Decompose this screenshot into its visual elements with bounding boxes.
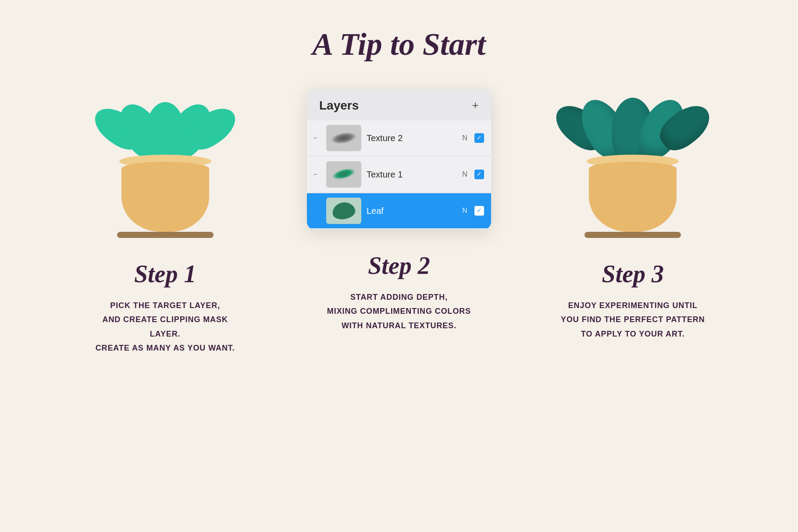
leaf-shape-icon (331, 201, 356, 221)
layer-blend-leaf: N (460, 207, 469, 215)
layer-thumbnail-texture2 (326, 125, 361, 151)
layer-clip-icon: ⌐ (314, 135, 321, 142)
steps-row: Step 1 PICK THE TARGET LAYER,AND CREATE … (48, 89, 750, 355)
checkmark-icon: ✓ (477, 135, 482, 141)
plant3-pot-body (589, 162, 677, 232)
step-1-description: PICK THE TARGET LAYER,AND CREATE CLIPPIN… (91, 298, 240, 355)
step-2-number: Step 2 (368, 252, 430, 280)
layer-thumbnail-leaf (326, 198, 361, 224)
checkmark-icon-3: ✓ (477, 208, 482, 214)
layer-visibility-leaf[interactable]: ✓ (474, 206, 484, 216)
step-1-column: Step 1 PICK THE TARGET LAYER,AND CREATE … (48, 89, 282, 355)
step-1-number: Step 1 (134, 260, 196, 288)
step-3-description: ENJOY EXPERIMENTING UNTILYOU FIND THE PE… (561, 298, 705, 341)
step-3-number: Step 3 (602, 260, 664, 288)
plant1-pot-body (121, 162, 209, 232)
page-title: A Tip to Start (312, 26, 485, 63)
layer-visibility-texture2[interactable]: ✓ (474, 133, 484, 143)
step-3-column: Step 3 ENJOY EXPERIMENTING UNTILYOU FIND… (516, 89, 750, 341)
plant-illustration-3 (563, 89, 703, 238)
layer-visibility-texture1[interactable]: ✓ (474, 170, 484, 179)
layers-panel-header: Layers + (307, 89, 491, 121)
plant-illustration-1 (95, 89, 235, 238)
plant3-leaves (567, 80, 698, 163)
layers-add-button[interactable]: + (472, 99, 479, 112)
layer-name-leaf: Leaf (367, 206, 455, 216)
plant1-pot-base (117, 232, 214, 238)
layers-panel-wrapper: Layers + ⌐ Texture 2 N ✓ ⌐ T (307, 89, 491, 230)
checkmark-icon-2: ✓ (477, 171, 482, 177)
layers-panel: Layers + ⌐ Texture 2 N ✓ ⌐ T (307, 89, 491, 230)
layer-item-leaf[interactable]: Leaf N ✓ (307, 193, 491, 228)
layer-thumbnail-texture1 (326, 161, 361, 188)
plant1-leaves (104, 85, 227, 163)
layer-clip-icon-2: ⌐ (314, 171, 321, 178)
layers-panel-title: Layers (319, 99, 359, 113)
step-2-description: START ADDING DEPTH,MIXING COMPLIMENTING … (327, 290, 471, 333)
layer-name-texture2: Texture 2 (367, 133, 455, 143)
layer-blend-texture2: N (460, 134, 469, 142)
plant3-pot-base (584, 232, 681, 238)
layer-item-texture1[interactable]: ⌐ Texture 1 N ✓ (307, 157, 491, 192)
layer-name-texture1: Texture 1 (367, 170, 455, 180)
layer-item-texture2[interactable]: ⌐ Texture 2 N ✓ (307, 121, 491, 156)
step-2-column: Layers + ⌐ Texture 2 N ✓ ⌐ T (282, 89, 516, 333)
layer-blend-texture1: N (460, 170, 469, 178)
